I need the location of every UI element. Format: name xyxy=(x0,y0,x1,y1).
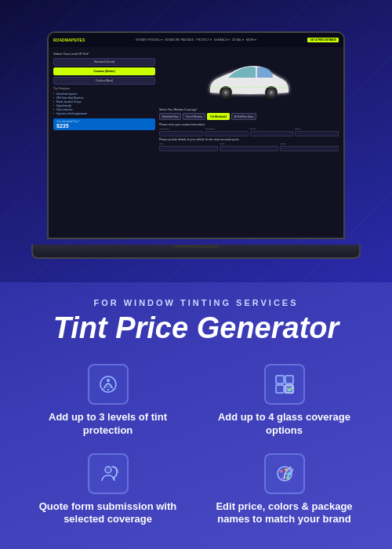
laptop-body: ROADMAPSITES INSTANT PRICING ▾ SIGNATURE… xyxy=(47,31,345,239)
firstname-input[interactable] xyxy=(159,131,203,136)
svg-rect-11 xyxy=(276,376,284,384)
contact-form-section: Please enter your contact information: F… xyxy=(159,123,339,153)
quote-form-icon-wrap xyxy=(88,453,129,494)
svg-point-4 xyxy=(224,91,227,94)
quote-form-icon xyxy=(96,462,120,485)
tint-select-label: Select Your Level Of Tint* xyxy=(53,52,155,56)
phone-field: Phone* xyxy=(250,128,294,136)
logo-accent: SITES xyxy=(74,38,85,42)
contact-form-label: Please enter your contact information: xyxy=(159,123,339,126)
model-label: Model * xyxy=(280,143,339,145)
nav-link[interactable]: PROTECT ▾ xyxy=(196,38,212,42)
car-area xyxy=(159,52,339,107)
feature-vehicle: Improves vehicle appearance xyxy=(53,111,155,115)
features-grid: Add up to 3 levels of tint protection Ad… xyxy=(24,364,368,527)
phone-label: Phone* xyxy=(250,128,294,130)
svg-point-18 xyxy=(280,470,283,473)
nav-link[interactable]: SIGNATURE PACKAGE xyxy=(165,38,194,42)
cov-btn-windshield-strip[interactable]: Windshield Strip xyxy=(159,113,181,120)
tint-levels-icon-wrap xyxy=(88,364,129,405)
logo-text: ROADMAP xyxy=(53,38,74,42)
make-input[interactable] xyxy=(220,146,278,151)
screen-content: ROADMAPSITES INSTANT PRICING ▾ SIGNATURE… xyxy=(49,33,343,238)
laptop-wrapper: ROADMAPSITES INSTANT PRICING ▾ SIGNATURE… xyxy=(31,24,361,259)
feature-text-quote-form: Quote form submission with selected cove… xyxy=(24,500,192,527)
nav-logo: ROADMAPSITES xyxy=(53,38,85,42)
svg-rect-12 xyxy=(285,376,293,384)
feature-card-customize: Edit price, colors & package names to ma… xyxy=(200,453,368,527)
laptop-base xyxy=(31,245,361,259)
car-image xyxy=(202,58,296,101)
lastname-label: Last Name * xyxy=(205,128,249,130)
lastname-input[interactable] xyxy=(205,131,249,136)
contact-form-row1: First Name * Last Name * Phone* xyxy=(159,128,339,136)
svg-rect-13 xyxy=(276,385,284,393)
email-field: Email * xyxy=(295,128,339,136)
email-label: Email * xyxy=(295,128,339,130)
nav-link[interactable]: INSTANT PRICING ▾ xyxy=(136,38,162,42)
year-field: Year * xyxy=(159,143,218,151)
vehicle-form-label: Please provide details of your vehicle f… xyxy=(159,138,339,141)
svg-point-9 xyxy=(107,379,110,382)
year-input[interactable] xyxy=(159,146,218,151)
cov-btn-all-side[interactable]: All Side/Rear Glass xyxy=(231,113,256,120)
model-field: Model * xyxy=(280,143,339,151)
customize-icon xyxy=(273,462,296,485)
nav-link[interactable]: DETAIL ▾ xyxy=(232,38,244,42)
feature-card-glass-coverage: Add up to 4 glass coverage options xyxy=(200,364,368,438)
feature-text-customize: Edit price, colors & package names to ma… xyxy=(200,500,368,527)
phone-input[interactable] xyxy=(250,131,294,136)
nav-cta-button[interactable]: GET A FREE ESTIMATE xyxy=(307,38,339,42)
vehicle-form-row: Year * Make * Model * xyxy=(159,143,339,151)
tint-option-carbon[interactable]: Carbon (Best) xyxy=(53,77,155,85)
left-panel: Select Your Level Of Tint* Standard (Goo… xyxy=(53,52,155,233)
coverage-buttons: Windshield Strip Front 2 Windows Full Wi… xyxy=(159,113,339,120)
feature-card-tint-levels: Add up to 3 levels of tint protection xyxy=(24,364,192,438)
svg-point-7 xyxy=(270,91,273,94)
laptop-hinge xyxy=(172,245,220,248)
make-field: Make * xyxy=(220,143,278,151)
tint-levels-icon xyxy=(96,373,120,396)
cov-btn-front-2[interactable]: Front 2 Windows xyxy=(183,113,205,120)
glass-coverage-icon xyxy=(273,373,296,396)
cov-btn-full-windshield[interactable]: Full Windshield xyxy=(207,113,230,120)
price-box: Your Estimated Price * $235 xyxy=(53,118,155,130)
features-section-label: Tint Features: xyxy=(53,87,155,90)
svg-point-15 xyxy=(105,467,111,473)
firstname-field: First Name * xyxy=(159,128,203,136)
nav-links: INSTANT PRICING ▾ SIGNATURE PACKAGE PROT… xyxy=(136,38,256,42)
navbar: ROADMAPSITES INSTANT PRICING ▾ SIGNATURE… xyxy=(49,33,343,47)
svg-point-16 xyxy=(112,477,114,479)
ui-area: Select Your Level Of Tint* Standard (Goo… xyxy=(49,47,343,238)
coverage-section: Select Your Window Coverage* Windshield … xyxy=(159,108,339,120)
laptop-section: ROADMAPSITES INSTANT PRICING ▾ SIGNATURE… xyxy=(0,0,392,282)
make-label: Make * xyxy=(220,143,278,145)
price-value: $235 xyxy=(56,123,152,129)
svg-point-21 xyxy=(286,476,289,479)
model-input[interactable] xyxy=(280,146,339,151)
tint-option-ceramic[interactable]: Ceramic (Better) xyxy=(53,67,155,75)
year-label: Year * xyxy=(159,143,218,145)
tint-option-standard[interactable]: Standard (Good) xyxy=(53,58,155,66)
email-input[interactable] xyxy=(295,131,339,136)
glass-coverage-icon-wrap xyxy=(264,364,305,405)
nav-link[interactable]: MORE ▾ xyxy=(246,38,256,42)
feature-text-glass-coverage: Add up to 4 glass coverage options xyxy=(200,411,368,438)
bottom-section: FOR WINDOW TINTING SERVICES Tint Price G… xyxy=(0,282,392,542)
coverage-label: Select Your Window Coverage* xyxy=(159,108,339,111)
feature-text-tint-levels: Add up to 3 levels of tint protection xyxy=(24,411,192,438)
right-panel: Select Your Window Coverage* Windshield … xyxy=(159,52,339,233)
hero-title: Tint Price Generator xyxy=(24,312,368,345)
firstname-label: First Name * xyxy=(159,128,203,130)
nav-link[interactable]: ENHANCE ▾ xyxy=(214,38,230,42)
customize-icon-wrap xyxy=(264,453,305,494)
hero-subtitle: FOR WINDOW TINTING SERVICES xyxy=(24,298,368,307)
lastname-field: Last Name * xyxy=(205,128,249,136)
feature-card-quote-form: Quote form submission with selected cove… xyxy=(24,453,192,527)
